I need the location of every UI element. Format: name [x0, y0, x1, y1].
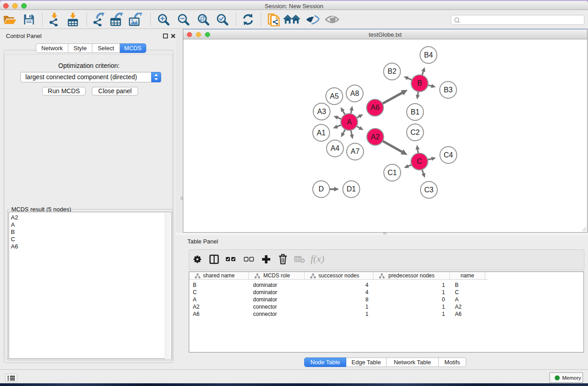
- svg-text:C4: C4: [444, 151, 453, 159]
- svg-text:A7: A7: [351, 148, 360, 155]
- svg-text:A1: A1: [317, 129, 326, 137]
- svg-text:B1: B1: [411, 108, 420, 116]
- svg-text:B: B: [417, 79, 422, 87]
- svg-text:D1: D1: [347, 185, 356, 193]
- svg-text:C3: C3: [424, 186, 434, 194]
- svg-text:B4: B4: [424, 51, 433, 59]
- svg-text:A4: A4: [330, 144, 339, 152]
- svg-text:B2: B2: [387, 67, 397, 75]
- svg-text:C1: C1: [387, 169, 397, 176]
- svg-text:B3: B3: [444, 86, 453, 94]
- svg-text:A6: A6: [371, 104, 380, 111]
- svg-text:D: D: [319, 185, 324, 193]
- svg-text:C: C: [417, 157, 422, 165]
- svg-text:A: A: [347, 118, 352, 126]
- svg-text:A8: A8: [350, 90, 359, 97]
- svg-text:A2: A2: [371, 133, 380, 141]
- svg-text:A3: A3: [317, 108, 326, 115]
- svg-text:A5: A5: [330, 92, 339, 100]
- svg-text:C2: C2: [411, 129, 420, 136]
